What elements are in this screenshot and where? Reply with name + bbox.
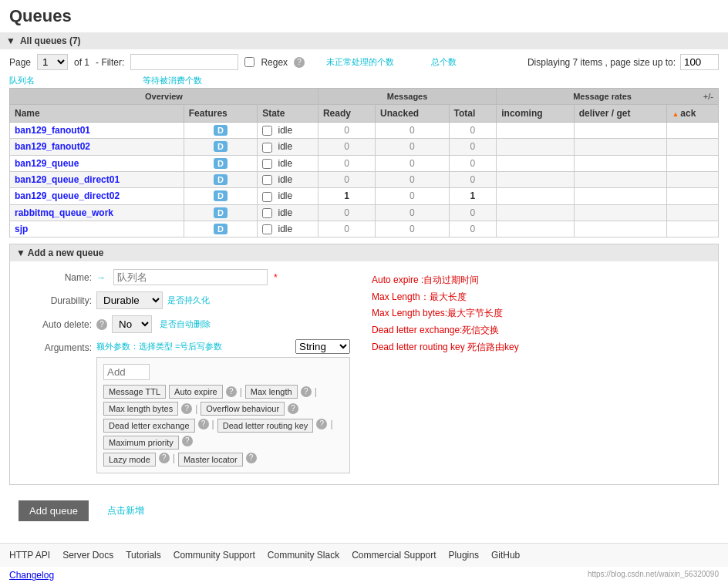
- queue-name-cell: ban129_queue: [10, 155, 184, 171]
- dead-letter-routing-key-btn[interactable]: Dead letter routing key: [217, 419, 314, 433]
- footer-tutorials[interactable]: Tutorials: [126, 550, 161, 561]
- queue-state-cell: idle: [258, 204, 318, 221]
- feature-badge: D: [214, 224, 228, 234]
- feature-badge: D: [214, 158, 228, 169]
- state-checkbox[interactable]: [262, 208, 272, 218]
- ready-col-header: Ready: [318, 105, 375, 123]
- wait-consume-annotation: 等待被消费个数: [143, 75, 202, 86]
- queue-unacked-cell: 0: [376, 221, 449, 237]
- auto-delete-select[interactable]: No Yes: [112, 315, 152, 333]
- arguments-row: Arguments: 额外参数：选择类型 =号后写参数 String Numbe…: [22, 339, 350, 477]
- durability-row: Durability: Durable Transient 是否持久化: [22, 291, 350, 309]
- lazy-mode-help[interactable]: ?: [159, 453, 170, 463]
- queue-deliver-get-cell: [574, 171, 667, 187]
- queue-unacked-cell: 0: [376, 188, 449, 204]
- arg-add-input[interactable]: [103, 364, 150, 380]
- feature-badge: D: [214, 141, 228, 152]
- state-checkbox[interactable]: [262, 126, 272, 136]
- state-checkbox[interactable]: [262, 175, 272, 185]
- max-length-help[interactable]: ?: [301, 386, 312, 397]
- overflow-help[interactable]: ?: [288, 403, 298, 414]
- master-locator-btn[interactable]: Master locator: [178, 453, 243, 466]
- table-annotations: 队列名 等待被消费个数: [0, 75, 728, 88]
- filter-input[interactable]: [130, 54, 238, 70]
- dead-letter-exchange-btn[interactable]: Dead letter exchange: [103, 419, 195, 433]
- page-label: Page: [9, 57, 31, 68]
- master-locator-help[interactable]: ?: [246, 453, 257, 463]
- footer-community-support[interactable]: Community Support: [174, 550, 255, 561]
- name-input[interactable]: [113, 269, 268, 285]
- queue-name-link[interactable]: ban129_queue: [15, 158, 79, 169]
- queue-name-cell: ban129_fanout02: [10, 139, 184, 155]
- feature-badge: D: [214, 207, 228, 218]
- total-annotation: 总个数: [431, 56, 457, 68]
- queue-name-link[interactable]: ban129_queue_direct01: [15, 174, 120, 185]
- queue-feature-cell: D: [184, 204, 257, 221]
- footer-plugins[interactable]: Plugins: [449, 550, 479, 561]
- page-select[interactable]: 1: [37, 54, 68, 70]
- auto-delete-row: Auto delete: ? No Yes 是否自动删除: [22, 315, 350, 333]
- footer-server-docs[interactable]: Server Docs: [62, 550, 113, 561]
- queue-ack-cell: [667, 123, 719, 139]
- queue-total-cell: 0: [449, 171, 497, 187]
- queue-ready-cell: 0: [318, 123, 375, 139]
- queue-ack-cell: [667, 204, 719, 221]
- state-checkbox[interactable]: [262, 159, 272, 169]
- arguments-box: Message TTL Auto expire ? | Max length ?…: [96, 357, 350, 473]
- queue-state-cell: idle: [258, 139, 318, 155]
- max-length-bytes-btn[interactable]: Max length bytes: [103, 402, 178, 416]
- add-queue-annotation: 点击新增: [107, 504, 144, 517]
- footer-changelog[interactable]: Changelog: [9, 570, 54, 581]
- state-checkbox[interactable]: [262, 143, 272, 153]
- queue-name-link[interactable]: ban129_queue_direct02: [15, 190, 120, 201]
- annotation-max-length: Max Length：最大长度: [372, 289, 699, 306]
- queue-name-link[interactable]: rabbitmq_queue_work: [15, 207, 113, 218]
- type-select[interactable]: String Number Boolean List: [295, 339, 350, 354]
- queue-feature-cell: D: [184, 139, 257, 155]
- queues-table: Overview Messages Message rates +/- Name…: [9, 88, 719, 237]
- queue-name-link[interactable]: ban129_fanout01: [15, 125, 90, 136]
- table-row: sjp D idle 0 0 0: [10, 221, 719, 237]
- overflow-btn[interactable]: Overflow behaviour: [201, 402, 285, 416]
- queue-deliver-get-cell: [574, 221, 667, 237]
- dead-letter-routing-key-help[interactable]: ?: [316, 419, 327, 429]
- durability-annotation: 是否持久化: [167, 295, 210, 306]
- queue-name-link[interactable]: sjp: [15, 224, 28, 234]
- auto-delete-help[interactable]: ?: [96, 319, 107, 330]
- table-row: ban129_queue D idle 0 0 0: [10, 155, 719, 171]
- footer-github[interactable]: GitHub: [491, 550, 520, 561]
- footer-http-api[interactable]: HTTP API: [9, 550, 50, 561]
- queue-name-link[interactable]: ban129_fanout02: [15, 141, 90, 152]
- dead-letter-exchange-help[interactable]: ?: [198, 419, 209, 429]
- max-priority-btn[interactable]: Maximum priority: [103, 436, 179, 450]
- add-queue-title: Add a new queue: [28, 248, 104, 258]
- queue-total-cell: 1: [449, 188, 497, 204]
- queue-state-cell: idle: [258, 188, 318, 204]
- lazy-mode-btn[interactable]: Lazy mode: [103, 453, 156, 466]
- regex-checkbox[interactable]: [244, 57, 254, 67]
- auto-expire-btn[interactable]: Auto expire: [169, 385, 223, 399]
- required-mark: *: [274, 272, 278, 283]
- feature-badge: D: [214, 190, 228, 201]
- annotation-max-length-bytes: Max Length bytes:最大字节长度: [372, 305, 699, 322]
- state-checkbox[interactable]: [262, 192, 272, 202]
- footer-community-slack[interactable]: Community Slack: [268, 550, 339, 561]
- footer-commercial-support[interactable]: Commercial Support: [352, 550, 436, 561]
- durability-select[interactable]: Durable Transient: [96, 291, 163, 309]
- table-row: ban129_fanout02 D idle 0 0 0: [10, 139, 719, 155]
- page-size-input[interactable]: [680, 54, 719, 70]
- queue-ack-cell: [667, 171, 719, 187]
- max-length-btn[interactable]: Max length: [245, 385, 298, 399]
- queue-incoming-cell: [497, 123, 574, 139]
- max-priority-help[interactable]: ?: [182, 436, 193, 446]
- state-checkbox[interactable]: [262, 224, 272, 234]
- msg-ttl-btn[interactable]: Message TTL: [103, 385, 166, 399]
- max-length-bytes-help[interactable]: ?: [181, 403, 192, 414]
- footer-url: https://blog.csdn.net/waixin_56320090: [588, 570, 719, 581]
- auto-delete-annotation: 是否自动删除: [160, 318, 211, 330]
- args-inner: 额外参数：选择类型 =号后写参数 String Number Boolean L…: [96, 339, 350, 477]
- queue-ready-cell: 0: [318, 139, 375, 155]
- arg-buttons-row1: Message TTL Auto expire ? | Max length ?…: [103, 385, 343, 416]
- add-queue-button[interactable]: Add queue: [19, 500, 89, 521]
- auto-expire-help[interactable]: ?: [226, 386, 237, 397]
